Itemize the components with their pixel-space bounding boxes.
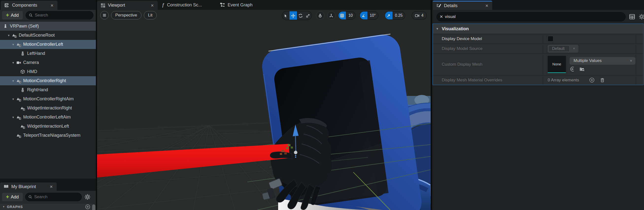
tab-details[interactable]: Details × <box>432 1 492 10</box>
details-panel: Details × × <box>432 0 644 210</box>
tab-components[interactable]: Components × <box>1 1 58 10</box>
viewport-icon <box>100 3 106 8</box>
delete-array-elements-icon[interactable] <box>600 78 605 83</box>
component-row[interactable]: WidgetInteractionLeft <box>0 122 96 131</box>
tab-construction-script[interactable]: ƒ Construction Sc... <box>159 0 204 10</box>
scrollbar-thumb[interactable] <box>92 204 95 210</box>
component-label: MotionControllerRightAim <box>23 96 74 102</box>
component-row[interactable]: RightHand <box>0 85 96 95</box>
expand-arrow-icon[interactable]: ▼ <box>12 116 16 119</box>
close-icon[interactable]: × <box>50 3 54 8</box>
camera-speed-value: 4 <box>421 13 424 18</box>
viewport-scene[interactable] <box>97 10 431 210</box>
add-graph-icon[interactable] <box>85 204 90 210</box>
local-space-button[interactable] <box>327 11 336 20</box>
scale-snap-button[interactable] <box>385 11 392 20</box>
grid-snap-value[interactable]: 10 <box>346 13 355 18</box>
expand-arrow-icon[interactable]: ▼ <box>436 27 442 30</box>
component-row[interactable]: TeleportTraceNiagaraSystem <box>0 131 96 140</box>
expand-arrow-icon[interactable]: ▼ <box>12 43 16 46</box>
grid-snap-button[interactable] <box>338 11 346 20</box>
component-row[interactable]: WidgetInteractionRight <box>0 104 96 113</box>
lit-mode-button[interactable]: Lit <box>144 11 157 19</box>
my-blueprint-search[interactable] <box>25 193 82 201</box>
components-tree: VRPawn (Self)▼DefaultSceneRoot▼MotionCon… <box>0 21 96 179</box>
gear-icon[interactable] <box>84 194 91 200</box>
move-tool-button[interactable] <box>290 11 297 20</box>
dropdown-value: Multiple Values <box>570 58 602 63</box>
expand-arrow-icon[interactable]: ▼ <box>12 61 16 64</box>
component-label: LeftHand <box>27 51 45 56</box>
chevron-down-icon: ˅ <box>626 59 636 63</box>
close-icon[interactable]: × <box>150 3 154 8</box>
component-row[interactable]: ▼MotionControllerRight <box>0 76 96 85</box>
components-search[interactable] <box>26 11 93 19</box>
property-label: Display Mesh Material Overrides <box>433 78 543 83</box>
component-row[interactable]: LeftHand <box>0 49 96 58</box>
property-label: Custom Display Mesh <box>433 62 543 67</box>
scale-tool-button[interactable] <box>304 11 312 20</box>
component-row[interactable]: HMD <box>0 67 96 76</box>
visualization-section: ▼ Visualization Display Device Model Dis… <box>432 24 644 85</box>
browse-asset-icon[interactable] <box>579 66 585 72</box>
tab-viewport[interactable]: Viewport × <box>97 1 158 10</box>
use-selected-asset-icon[interactable] <box>570 66 576 72</box>
add-blueprint-item-button[interactable]: + Add <box>2 193 23 201</box>
my-blueprint-toolbar: + Add <box>0 191 96 203</box>
camera-icon <box>16 60 21 65</box>
expand-arrow-icon[interactable]: ▼ <box>12 98 16 101</box>
component-label: WidgetInteractionRight <box>27 105 72 111</box>
thumbnail-label: None <box>552 62 561 66</box>
tab-my-blueprint[interactable]: My Blueprint × <box>0 183 57 191</box>
grid-snap-icon <box>340 13 344 18</box>
scale-snap-value[interactable]: 0.25 <box>392 13 405 18</box>
component-row[interactable]: ▼MotionControllerLeft <box>0 40 96 49</box>
glove-index-finger <box>270 152 292 159</box>
world-space-button[interactable] <box>316 11 324 20</box>
component-row[interactable]: ▼MotionControllerRightAim <box>0 95 96 104</box>
rotate-tool-button[interactable] <box>297 11 304 20</box>
display-device-model-checkbox[interactable] <box>548 36 553 42</box>
perspective-button[interactable]: Perspective <box>111 11 142 19</box>
my-blueprint-search-input[interactable] <box>34 195 78 200</box>
rotate-icon <box>298 13 303 18</box>
camera-speed-button[interactable]: 4 <box>412 11 427 20</box>
details-search-input[interactable] <box>445 14 622 19</box>
horizontal-splitter[interactable] <box>0 179 96 182</box>
mesh-thumbnail[interactable]: None <box>548 56 566 73</box>
close-icon[interactable]: × <box>49 184 53 189</box>
world-gimbal-icon <box>318 13 322 18</box>
custom-display-mesh-dropdown[interactable]: Multiple Values ˅ <box>570 57 636 65</box>
select-tool-button[interactable] <box>282 11 290 20</box>
expand-arrow-icon[interactable]: ▼ <box>8 34 12 37</box>
add-array-element-icon[interactable] <box>589 77 595 83</box>
array-elements-value: 0 Array elements <box>548 78 589 83</box>
details-settings-gear-icon[interactable] <box>638 13 644 20</box>
viewport-tab-bar: Viewport × ƒ Construction Sc... Event Gr… <box>97 0 431 10</box>
clear-search-icon[interactable]: × <box>440 14 443 19</box>
tab-event-graph[interactable]: Event Graph <box>217 0 255 10</box>
search-icon <box>29 13 33 17</box>
viewport-options-button[interactable] <box>100 11 109 19</box>
component-row[interactable]: ▼MotionControllerLeftAim <box>0 113 96 122</box>
component-label: Camera <box>23 60 39 65</box>
category-header-visualization[interactable]: ▼ Visualization <box>433 24 643 34</box>
rotation-snap-button[interactable] <box>360 11 367 20</box>
property-matrix-icon[interactable] <box>629 13 636 20</box>
rotation-snap-value[interactable]: 10° <box>367 13 378 18</box>
details-search[interactable]: × <box>436 12 626 21</box>
scene-icon <box>16 42 21 47</box>
close-icon[interactable]: × <box>485 3 489 8</box>
property-row-display-mesh-material-overrides: Display Mesh Material Overrides 0 Array … <box>433 75 643 85</box>
ne-arrow-icon <box>386 13 391 18</box>
expand-arrow-icon[interactable]: ▼ <box>2 205 5 208</box>
component-row[interactable]: ▼DefaultSceneRoot <box>0 31 96 40</box>
add-component-button[interactable]: + Add <box>2 11 23 19</box>
component-row[interactable]: ▼Camera <box>0 58 96 67</box>
expand-arrow-icon[interactable]: ▼ <box>12 79 16 82</box>
graphs-section-header[interactable]: ▼ GRAPHS <box>0 203 93 210</box>
function-icon: ƒ <box>162 2 164 8</box>
display-model-source-dropdown[interactable]: Default ˅ <box>548 45 578 53</box>
components-search-input[interactable] <box>35 13 90 18</box>
component-row[interactable]: VRPawn (Self) <box>0 22 96 31</box>
